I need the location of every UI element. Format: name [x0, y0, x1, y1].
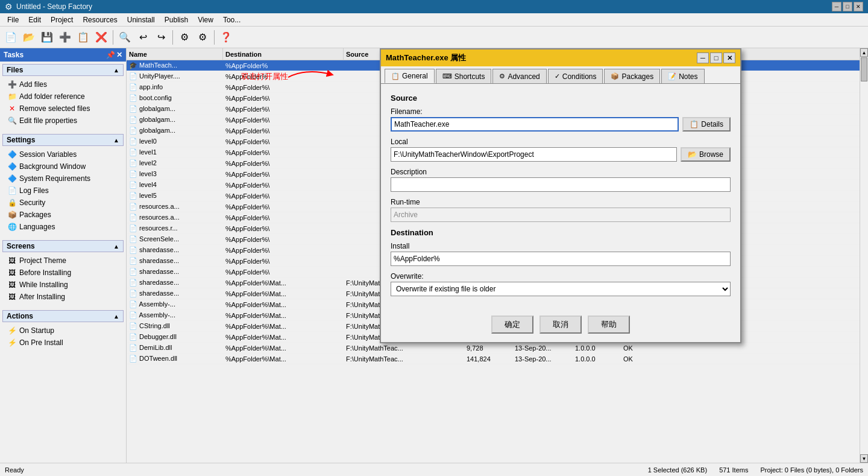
section-settings-items: 🔷 Session Variables 🔷 Background Window … — [2, 146, 124, 235]
toolbar-sep3 — [214, 30, 215, 45]
menu-file[interactable]: File — [2, 14, 24, 25]
local-input[interactable] — [391, 147, 677, 162]
task-packages[interactable]: 📦 Packages — [2, 209, 124, 221]
cell-name: 🎓 MathTeach... — [127, 62, 223, 69]
task-add-files[interactable]: ➕ Add files — [2, 78, 124, 90]
task-remove-files[interactable]: ✕ Remove selected files — [2, 103, 124, 115]
cell-dest: %AppFolder%\Mat... — [223, 344, 344, 352]
minimize-btn[interactable]: ─ — [832, 2, 841, 11]
menu-uninstall[interactable]: Uninstall — [122, 14, 160, 25]
scroll-thumb[interactable] — [861, 57, 867, 81]
tab-advanced[interactable]: ⚙ Advanced — [492, 69, 546, 83]
dialog-title-controls: ─ □ ✕ — [697, 52, 735, 63]
col-header-name[interactable]: Name — [127, 48, 223, 60]
section-actions: Actions ▲ ⚡ On Startup ⚡ On Pre Install — [2, 310, 124, 351]
task-on-startup[interactable]: ⚡ On Startup — [2, 325, 124, 337]
cancel-btn[interactable]: 取消 — [539, 316, 582, 334]
section-screens-header[interactable]: Screens ▲ — [2, 240, 124, 252]
overwrite-select[interactable]: Overwrite if existing file is older Alwa… — [391, 282, 731, 296]
details-btn[interactable]: 📋 Details — [682, 117, 731, 132]
tab-packages-icon: 📦 — [611, 72, 619, 80]
toolbar-settings1[interactable]: ⚙ — [176, 29, 193, 46]
dialog-maximize-btn[interactable]: □ — [710, 52, 722, 63]
menu-publish[interactable]: Publish — [160, 14, 193, 25]
toolbar-redo[interactable]: ↪ — [153, 29, 169, 46]
toolbar-settings2[interactable]: ⚙ — [194, 29, 211, 46]
confirm-btn[interactable]: 确定 — [491, 316, 533, 334]
task-after-install[interactable]: 🖼 After Installing — [2, 291, 124, 303]
tab-general[interactable]: 📋 General — [385, 69, 435, 83]
task-on-preinstall[interactable]: ⚡ On Pre Install — [2, 337, 124, 349]
toolbar-undo[interactable]: ↩ — [134, 29, 151, 46]
tab-general-icon: 📋 — [391, 72, 400, 80]
toolbar-new[interactable]: 📄 — [2, 29, 19, 46]
description-input[interactable] — [391, 177, 731, 192]
toolbar-delete[interactable]: ❌ — [93, 29, 110, 46]
dialog-actions: 确定 取消 帮助 — [381, 309, 740, 342]
panel-pin-btn[interactable]: 📌 — [106, 51, 115, 59]
toolbar-open[interactable]: 📂 — [20, 29, 37, 46]
toolbar-search[interactable]: 🔍 — [116, 29, 133, 46]
task-edit-file-props[interactable]: 🔍 Edit file properties — [2, 115, 124, 127]
tab-shortcuts[interactable]: ⌨ Shortcuts — [436, 69, 492, 83]
section-files-header[interactable]: Files ▲ — [2, 64, 124, 76]
tab-conditions[interactable]: ✓ Conditions — [548, 69, 603, 83]
task-session-vars-label: Session Variables — [19, 150, 77, 159]
scroll-up-btn[interactable]: ▲ — [860, 48, 868, 57]
dialog-close-btn[interactable]: ✕ — [723, 52, 735, 63]
task-session-vars[interactable]: 🔷 Session Variables — [2, 148, 124, 160]
cell-name: 📄 boot.config — [127, 94, 223, 102]
dialog-minimize-btn[interactable]: ─ — [697, 52, 709, 63]
toolbar-save[interactable]: 💾 — [39, 29, 55, 46]
task-on-startup-label: On Startup — [19, 326, 54, 335]
task-background[interactable]: 🔷 Background Window — [2, 160, 124, 173]
section-screens-items: 🖼 Project Theme 🖼 Before Installing 🖼 Wh… — [2, 252, 124, 305]
tab-packages[interactable]: 📦 Packages — [604, 69, 660, 83]
toolbar-copy[interactable]: 📋 — [75, 29, 92, 46]
install-input[interactable] — [391, 252, 731, 266]
menu-bar: File Edit Project Resources Uninstall Pu… — [0, 13, 868, 27]
task-log-files[interactable]: 📄 Log Files — [2, 185, 124, 197]
toolbar-help[interactable]: ❓ — [218, 29, 234, 46]
menu-tools[interactable]: Too... — [218, 14, 245, 25]
task-add-files-label: Add files — [19, 80, 47, 89]
tasks-title: Tasks — [4, 51, 24, 59]
section-settings-header[interactable]: Settings ▲ — [2, 134, 124, 146]
scroll-down-btn[interactable]: ▼ — [860, 454, 868, 463]
menu-view[interactable]: View — [193, 14, 218, 25]
maximize-btn[interactable]: □ — [843, 2, 852, 11]
filename-input[interactable] — [391, 117, 679, 132]
panel-close-btn[interactable]: ✕ — [116, 51, 122, 59]
task-while-install[interactable]: 🖼 While Installing — [2, 279, 124, 291]
task-before-install[interactable]: 🖼 Before Installing — [2, 267, 124, 279]
task-sysreq[interactable]: 🔷 System Requirements — [2, 173, 124, 185]
task-security[interactable]: 🔒 Security — [2, 197, 124, 209]
task-languages[interactable]: 🌐 Languages — [2, 221, 124, 233]
col-header-dest[interactable]: Destination — [223, 48, 344, 60]
menu-resources[interactable]: Resources — [78, 14, 122, 25]
cell-name: 📄 level2 — [127, 159, 223, 167]
task-project-theme[interactable]: 🖼 Project Theme — [2, 255, 124, 267]
cell-dest: %AppFolder%\Mat... — [223, 334, 344, 341]
toolbar-add[interactable]: ➕ — [57, 29, 74, 46]
cell-name: 📄 globalgam... — [127, 127, 223, 135]
browse-btn[interactable]: 📂 Browse — [681, 147, 731, 162]
tab-notes[interactable]: 📝 Notes — [661, 69, 704, 83]
cell-name: 📄 app.info — [127, 83, 223, 91]
task-before-install-label: Before Installing — [19, 268, 71, 277]
languages-icon: 🌐 — [7, 222, 17, 232]
task-project-theme-label: Project Theme — [19, 256, 66, 265]
task-add-folder[interactable]: 📁 Add folder reference — [2, 90, 124, 103]
cell-name: 📄 Assembly-... — [127, 311, 223, 319]
menu-project[interactable]: Project — [46, 14, 78, 25]
section-screens-label: Screens — [7, 242, 35, 250]
cell-name: 📄 sharedasse... — [127, 268, 223, 276]
menu-edit[interactable]: Edit — [24, 14, 46, 25]
help-btn[interactable]: 帮助 — [588, 316, 630, 334]
status-right: 1 Selected (626 KB) 571 Items Project: 0… — [648, 466, 863, 474]
status-ready: Ready — [5, 466, 24, 474]
close-btn[interactable]: ✕ — [854, 2, 863, 11]
right-scrollbar[interactable]: ▲ ▼ — [860, 48, 868, 463]
cell-dest: %AppFolder%\ — [223, 203, 344, 211]
section-actions-header[interactable]: Actions ▲ — [2, 310, 124, 322]
